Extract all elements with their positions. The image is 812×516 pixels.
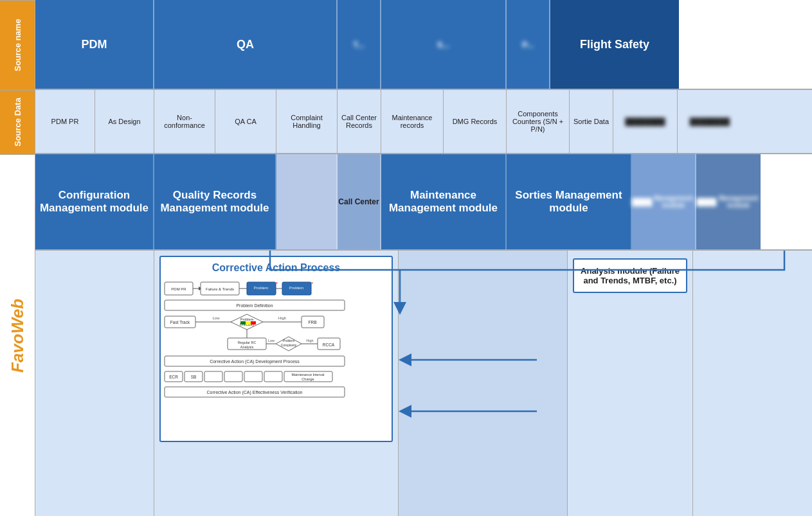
svg-text:Change: Change xyxy=(302,377,314,381)
svg-text:Analysis: Analysis xyxy=(240,345,254,349)
svg-text:ECR: ECR xyxy=(169,375,178,379)
svg-text:SB: SB xyxy=(191,375,197,379)
main-container: Source name Source Data FavoWeb PDM QA T… xyxy=(0,0,812,516)
mod-configuration: Configuration Management module xyxy=(35,154,154,249)
source-data-row: PDM PR As Design Non-conformance QA CA C… xyxy=(35,90,812,154)
sd-dmg-records: DMG Records xyxy=(444,90,507,153)
svg-rect-24 xyxy=(251,321,256,325)
source-data-label: Source Data xyxy=(0,90,35,154)
svg-text:Fast Track: Fast Track xyxy=(170,320,190,325)
svg-rect-51 xyxy=(264,371,282,382)
mod-qa-right xyxy=(276,154,338,249)
sd-qa-ca: QA CA xyxy=(215,90,276,153)
svg-text:High: High xyxy=(278,316,286,320)
svg-text:Corrective Action (CA) Effecti: Corrective Action (CA) Effectiveness Ver… xyxy=(207,390,303,395)
favoweb-label: FavoWeb xyxy=(0,154,35,516)
svg-text:PDM PR: PDM PR xyxy=(171,287,186,291)
mod-call-center: Call Center xyxy=(338,154,381,249)
corrective-diagram: PDM PR Failure & Trends Problem * Proble… xyxy=(161,276,392,441)
process-diagram-svg: PDM PR Failure & Trends Problem * Proble… xyxy=(163,279,382,427)
sd-call-center-records: Call Center Records xyxy=(338,90,381,153)
svg-text:*: * xyxy=(311,281,313,287)
svg-rect-22 xyxy=(240,321,246,325)
content-area: PDM QA T... S... P... Flight Safety PDM … xyxy=(35,0,812,516)
svg-text:Low: Low xyxy=(268,339,275,343)
sd-maintenance-records: Maintenance records xyxy=(381,90,444,153)
header-t: T... xyxy=(338,0,381,89)
mod-p2: ████ Management module xyxy=(696,154,761,249)
sd-as-design: As Design xyxy=(95,90,154,153)
header-s: S... xyxy=(381,0,507,89)
svg-text:Problem: Problem xyxy=(254,286,268,290)
svg-text:High: High xyxy=(306,339,313,343)
sd-p1: ████████ xyxy=(613,90,678,153)
header-p: P... xyxy=(507,0,550,89)
sd-pdm-pr: PDM PR xyxy=(35,90,95,153)
svg-text:Corrective Action (CA) Develop: Corrective Action (CA) Development Proce… xyxy=(210,359,300,364)
sd-complaint-handling: Complaint Handling xyxy=(276,90,338,153)
left-labels: Source name Source Data FavoWeb xyxy=(0,0,35,516)
corrective-action-box: Corrective Action Process PDM PR Failure… xyxy=(159,256,393,442)
header-pdm: PDM xyxy=(35,0,154,89)
corrective-action-title: Corrective Action Process xyxy=(161,257,392,276)
svg-text:Low: Low xyxy=(212,316,220,320)
mod-sorties: Sorties Management module xyxy=(507,154,632,249)
mod-maintenance: Maintenance Management module xyxy=(381,154,507,249)
source-name-label: Source name xyxy=(0,0,35,90)
sd-non-conformance: Non-conformance xyxy=(154,90,215,153)
header-flight-safety: Flight Safety xyxy=(550,0,679,89)
svg-text:RCCA: RCCA xyxy=(323,343,335,347)
svg-text:Problem: Problem xyxy=(283,339,295,343)
sd-p2: ████████ xyxy=(678,90,742,153)
svg-text:Maintenance Interval: Maintenance Interval xyxy=(291,373,324,377)
sd-components-counters: Components Counters (S/N + P/N) xyxy=(507,90,570,153)
bottom-corrective: Corrective Action Process PDM PR Failure… xyxy=(154,251,399,516)
header-qa: QA xyxy=(154,0,338,89)
bottom-right-empty xyxy=(693,251,812,516)
svg-rect-48 xyxy=(204,371,222,382)
svg-text:Problem: Problem xyxy=(289,286,303,290)
svg-text:Failure & Trends: Failure & Trends xyxy=(206,287,234,291)
svg-text:Problem: Problem xyxy=(240,317,254,321)
svg-rect-50 xyxy=(244,371,262,382)
svg-text:FRB: FRB xyxy=(309,320,317,325)
svg-rect-49 xyxy=(224,371,242,382)
bottom-middle-area xyxy=(399,251,568,516)
mod-quality-records: Quality Records Management module xyxy=(154,154,276,249)
bottom-left-empty xyxy=(35,251,154,516)
svg-text:Problem Definition: Problem Definition xyxy=(236,303,273,308)
svg-text:Regular RC: Regular RC xyxy=(238,341,257,344)
svg-text:*: * xyxy=(276,281,278,287)
modules-row: Configuration Management module Quality … xyxy=(35,154,812,251)
svg-text:Complexity: Complexity xyxy=(281,343,297,347)
bottom-analysis: Analysis module (Failure and Trends, MTB… xyxy=(568,251,693,516)
bottom-section: Corrective Action Process PDM PR Failure… xyxy=(35,251,812,516)
svg-rect-23 xyxy=(246,321,251,325)
sd-sortie-data: Sortie Data xyxy=(570,90,613,153)
mod-p1: ████ Management module xyxy=(632,154,696,249)
header-row: PDM QA T... S... P... Flight Safety xyxy=(35,0,812,90)
analysis-module-box: Analysis module (Failure and Trends, MTB… xyxy=(573,258,687,293)
